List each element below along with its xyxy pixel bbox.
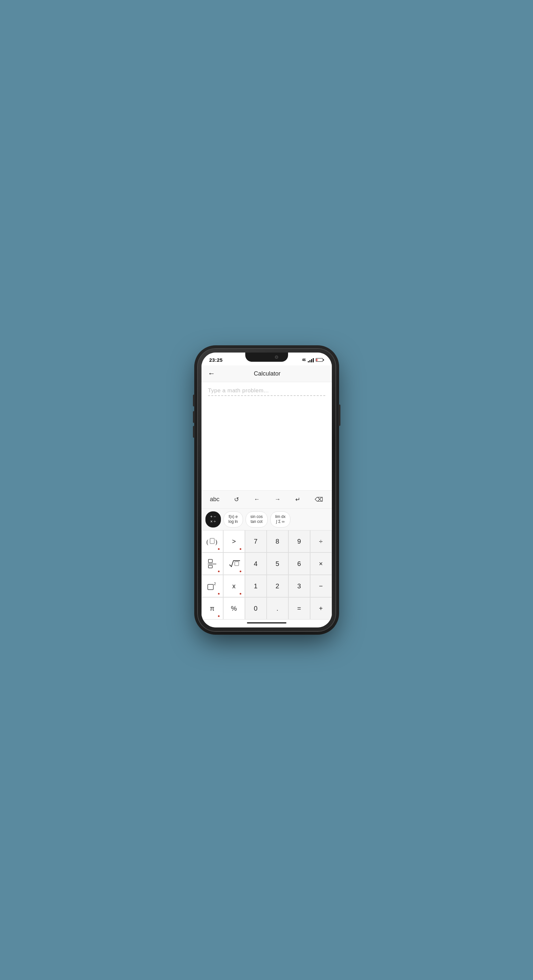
key-11[interactable]: × xyxy=(310,552,332,575)
page-title: Calculator xyxy=(219,370,315,377)
category-tabs: + −× ÷f(x) elog lnsin costan cotlim dx∫ … xyxy=(201,508,332,530)
category-tab-trig[interactable]: sin costan cot xyxy=(246,511,268,528)
undo-button[interactable]: ↺ xyxy=(231,494,242,505)
key-13[interactable]: x xyxy=(223,575,245,597)
key-0[interactable]: ( ) xyxy=(201,530,223,552)
key-15[interactable]: 2 xyxy=(266,575,289,597)
key-12[interactable]: 2 xyxy=(201,575,223,597)
status-time: 23:25 xyxy=(209,357,223,363)
app-header: ← Calculator xyxy=(201,365,332,382)
key-8[interactable]: 4 xyxy=(245,552,266,575)
category-tab-calculus[interactable]: lim dx∫ Σ ∞ xyxy=(270,511,290,528)
status-icons: 46 xyxy=(302,358,324,363)
keypad: ( ) >789÷ 456× 2 x123−π%0.=+ xyxy=(201,530,332,620)
back-button[interactable]: ← xyxy=(208,369,215,378)
svg-rect-6 xyxy=(235,562,239,566)
abc-button[interactable]: abc xyxy=(207,494,223,505)
svg-text:(: ( xyxy=(206,539,208,546)
key-21[interactable]: . xyxy=(266,597,289,620)
svg-rect-1 xyxy=(210,538,214,544)
enter-button[interactable]: ↵ xyxy=(292,494,303,505)
camera xyxy=(275,355,278,359)
key-23[interactable]: + xyxy=(310,597,332,620)
key-16[interactable]: 3 xyxy=(289,575,310,597)
left-arrow-button[interactable]: ← xyxy=(251,494,263,505)
key-1[interactable]: > xyxy=(223,530,245,552)
svg-text:): ) xyxy=(215,539,217,546)
key-22[interactable]: = xyxy=(289,597,310,620)
key-17[interactable]: − xyxy=(310,575,332,597)
battery-icon xyxy=(316,358,324,362)
svg-rect-7 xyxy=(208,584,213,590)
phone-screen: 23:25 46 ← Calculator xyxy=(201,353,332,627)
right-arrow-button[interactable]: → xyxy=(271,494,284,505)
category-tab-basic[interactable]: + −× ÷ xyxy=(206,511,221,528)
math-input-placeholder[interactable]: Type a math problem... xyxy=(208,387,325,396)
status-bar: 23:25 46 xyxy=(201,353,332,365)
key-3[interactable]: 8 xyxy=(266,530,289,552)
key-14[interactable]: 1 xyxy=(245,575,266,597)
delete-button[interactable]: ⌫ xyxy=(311,494,326,505)
input-area[interactable]: Type a math problem... xyxy=(201,382,332,490)
category-tab-functions[interactable]: f(x) elog ln xyxy=(223,511,243,528)
key-5[interactable]: ÷ xyxy=(310,530,332,552)
notch xyxy=(245,353,288,362)
key-18[interactable]: π xyxy=(201,597,223,620)
network-type: 46 xyxy=(302,358,305,362)
home-bar xyxy=(247,622,286,624)
key-4[interactable]: 9 xyxy=(289,530,310,552)
key-9[interactable]: 5 xyxy=(266,552,289,575)
key-20[interactable]: 0 xyxy=(245,597,266,620)
toolbar-row: abc ↺ ← → ↵ ⌫ xyxy=(201,490,332,508)
svg-rect-3 xyxy=(208,559,212,563)
svg-text:2: 2 xyxy=(214,582,216,586)
key-7[interactable] xyxy=(223,552,245,575)
phone-frame: 23:25 46 ← Calculator xyxy=(198,348,336,632)
key-6[interactable] xyxy=(201,552,223,575)
key-2[interactable]: 7 xyxy=(245,530,266,552)
key-10[interactable]: 6 xyxy=(289,552,310,575)
key-19[interactable]: % xyxy=(223,597,245,620)
svg-rect-5 xyxy=(208,565,212,568)
signal-bars xyxy=(308,358,314,363)
home-indicator xyxy=(201,620,332,627)
